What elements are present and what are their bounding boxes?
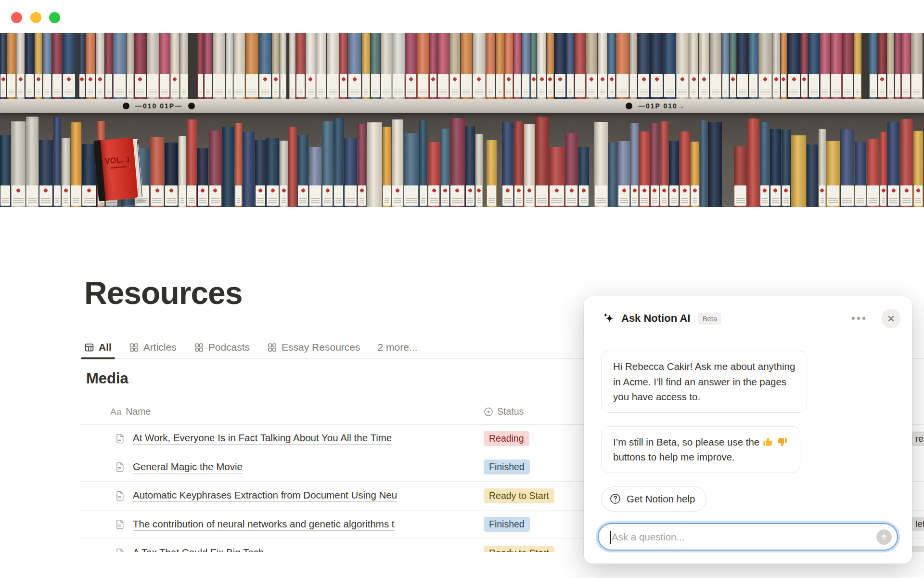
book-spine bbox=[39, 140, 53, 207]
label-text-marks bbox=[822, 90, 828, 95]
label-heart-mark bbox=[632, 188, 637, 193]
book-spine bbox=[0, 33, 6, 99]
status-badge[interactable]: Finished bbox=[484, 517, 530, 532]
label-text-marks bbox=[81, 90, 83, 95]
label-text-marks bbox=[783, 198, 789, 203]
book-spine bbox=[575, 33, 586, 99]
status-badge[interactable]: Reading bbox=[484, 431, 529, 446]
book-spine bbox=[63, 33, 76, 99]
book-spine bbox=[710, 33, 721, 99]
library-label-sticker bbox=[547, 74, 553, 97]
label-text-marks bbox=[610, 90, 614, 95]
library-label-sticker bbox=[514, 74, 521, 97]
label-text-marks bbox=[211, 198, 220, 203]
label-text-marks bbox=[385, 198, 389, 203]
library-label-sticker bbox=[392, 185, 403, 206]
label-heart-mark bbox=[395, 188, 400, 193]
label-text-marks bbox=[268, 198, 277, 203]
label-text-marks bbox=[237, 198, 240, 203]
book-spine bbox=[71, 122, 81, 207]
label-text-marks bbox=[889, 198, 897, 203]
label-text-marks bbox=[739, 90, 746, 95]
label-text-marks bbox=[199, 198, 206, 203]
label-heart-mark bbox=[18, 77, 23, 82]
ask-question-input[interactable] bbox=[599, 524, 897, 550]
section-title: Media bbox=[86, 370, 128, 387]
book-spine bbox=[689, 33, 698, 99]
tab-label: Articles bbox=[143, 342, 177, 353]
status-badge[interactable]: Ready to Start bbox=[484, 488, 554, 503]
library-label-sticker bbox=[878, 74, 886, 97]
book-spine bbox=[105, 33, 113, 99]
book-spine bbox=[170, 33, 180, 99]
library-label-sticker bbox=[880, 185, 887, 206]
label-heart-mark bbox=[443, 188, 448, 193]
book-spine bbox=[554, 33, 566, 99]
label-text-marks bbox=[751, 90, 757, 95]
book-spine bbox=[747, 118, 759, 207]
zoom-window-button[interactable] bbox=[49, 12, 60, 23]
label-text-marks bbox=[107, 90, 111, 95]
label-heart-mark bbox=[693, 188, 697, 193]
row-name-link[interactable]: At Work, Everyone Is in Fact Talking Abo… bbox=[133, 432, 392, 445]
book-spine bbox=[819, 129, 826, 207]
label-heart-mark bbox=[531, 77, 536, 82]
column-header-name[interactable]: Aa Name bbox=[110, 406, 151, 417]
library-label-sticker bbox=[616, 74, 629, 97]
tab-podcasts[interactable]: Podcasts bbox=[194, 336, 250, 358]
beta-badge: Beta bbox=[698, 313, 721, 325]
ai-message-line: in Acme. I’ll find an answer in the page… bbox=[613, 374, 795, 390]
edge-clipped-tag[interactable] bbox=[911, 546, 924, 552]
tab-essay-resources[interactable]: Essay Resources bbox=[267, 336, 360, 358]
ask-notion-ai-panel: Ask Notion AI Beta ••• Hi Rebecca Cakir!… bbox=[584, 296, 912, 564]
library-label-sticker bbox=[760, 185, 769, 206]
tab-label: Podcasts bbox=[208, 342, 250, 353]
label-heart-mark bbox=[169, 188, 174, 193]
label-text-marks bbox=[73, 198, 79, 203]
book-spine bbox=[486, 33, 495, 99]
row-name-link[interactable]: Automatic Keyphrases Extraction from Doc… bbox=[133, 489, 397, 502]
label-heart-mark bbox=[880, 77, 885, 82]
book-spine bbox=[854, 33, 861, 99]
tab-articles[interactable]: Articles bbox=[129, 336, 177, 358]
library-label-sticker bbox=[536, 185, 548, 206]
book-spine bbox=[855, 142, 866, 207]
edge-clipped-tag[interactable]: let bbox=[911, 517, 924, 531]
label-heart-mark bbox=[431, 77, 436, 82]
label-text-marks bbox=[329, 90, 337, 95]
minimize-window-button[interactable] bbox=[30, 12, 41, 23]
label-text-marks bbox=[857, 198, 864, 203]
send-question-button[interactable] bbox=[876, 529, 892, 545]
get-notion-help-button[interactable]: Get Notion help bbox=[601, 486, 706, 512]
status-badge[interactable]: Ready to Start bbox=[484, 546, 554, 552]
book-spine bbox=[801, 33, 808, 99]
label-heart-mark bbox=[802, 77, 807, 82]
book-spine bbox=[11, 121, 26, 207]
label-heart-mark bbox=[682, 188, 687, 193]
row-name-link[interactable]: A Tax That Could Fix Big Tech bbox=[133, 547, 264, 552]
label-text-marks bbox=[206, 90, 210, 95]
close-ai-panel-button[interactable] bbox=[881, 309, 900, 328]
edge-clipped-tag[interactable]: re bbox=[911, 432, 924, 446]
label-heart-mark bbox=[270, 188, 275, 193]
library-label-sticker bbox=[680, 185, 689, 206]
label-heart-mark bbox=[359, 188, 364, 193]
row-name-link[interactable]: General Magic the Movie bbox=[133, 461, 243, 473]
tab-all[interactable]: All bbox=[84, 336, 112, 358]
library-label-sticker bbox=[502, 185, 513, 206]
more-options-button[interactable]: ••• bbox=[851, 312, 867, 325]
label-heart-mark bbox=[820, 188, 824, 193]
row-name-link[interactable]: The contribution of neural networks and … bbox=[133, 518, 395, 531]
book-spine bbox=[730, 33, 736, 99]
bookshelf-board: —010 01P— —01P 010→ bbox=[0, 99, 924, 113]
column-divider bbox=[482, 400, 482, 552]
label-text-marks bbox=[341, 90, 346, 95]
book-spine bbox=[887, 122, 899, 207]
close-window-button[interactable] bbox=[11, 12, 22, 23]
tabs-more-button[interactable]: 2 more... bbox=[378, 342, 418, 353]
status-badge[interactable]: Finished bbox=[484, 460, 530, 474]
page-icon-red-book-emoji[interactable]: VOL. 1 bbox=[90, 135, 148, 207]
column-header-status[interactable]: Status bbox=[484, 406, 524, 417]
label-text-marks bbox=[871, 90, 875, 95]
book-spine bbox=[869, 33, 877, 99]
